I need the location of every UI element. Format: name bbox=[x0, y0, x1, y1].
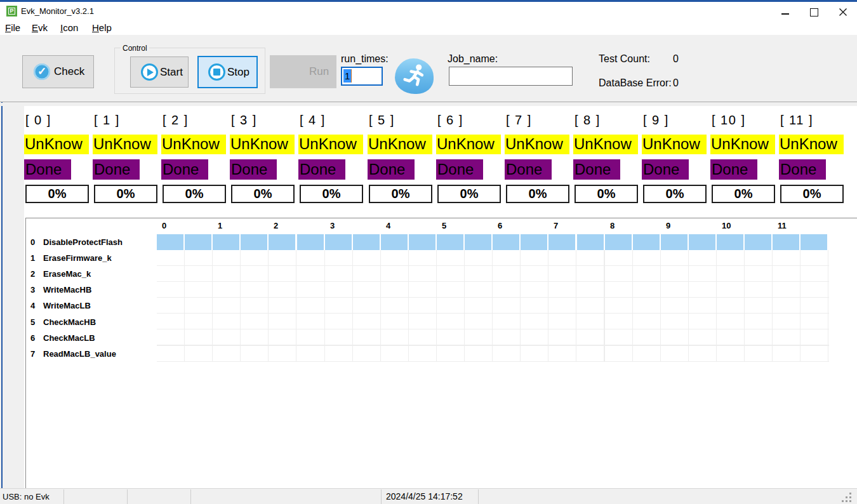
grid-row-name: DisableProtectFlash bbox=[43, 234, 123, 250]
job-name-input[interactable] bbox=[449, 67, 573, 86]
grid-row-number: 3 bbox=[30, 282, 35, 298]
check-icon: ✓ bbox=[34, 63, 50, 80]
test-count-label: Test Count: bbox=[599, 53, 650, 65]
grid-cell-active bbox=[689, 234, 715, 250]
channel-result: Done bbox=[230, 159, 277, 180]
grid-row-name: CheckMacHB bbox=[43, 314, 96, 330]
channel-3: [ 3 ]UnKnowDone0% bbox=[230, 106, 297, 208]
app-icon-letter: P bbox=[8, 8, 15, 15]
resize-grip-dot bbox=[846, 496, 847, 498]
channel-result: Done bbox=[368, 159, 415, 180]
channel-index: [ 2 ] bbox=[163, 113, 189, 128]
grid-cell-active bbox=[213, 234, 239, 250]
start-button[interactable]: Start bbox=[130, 56, 189, 88]
channel-index: [ 10 ] bbox=[712, 113, 745, 128]
menu-item-icon[interactable]: Icon bbox=[60, 22, 78, 33]
grid-cell-active bbox=[605, 234, 632, 250]
grid-row-name: WriteMacLB bbox=[43, 298, 91, 314]
grid-row-number: 0 bbox=[30, 234, 35, 250]
check-button[interactable]: ✓ Check bbox=[22, 55, 94, 88]
channel-progress: 0% bbox=[369, 185, 432, 203]
menu-bar: FileEvkIconHelp bbox=[0, 20, 857, 35]
channel-result: Done bbox=[436, 159, 483, 180]
database-error-label: DataBase Error: bbox=[599, 77, 672, 89]
grid-row-name: WriteMacHB bbox=[43, 282, 91, 298]
grid-cell-active bbox=[493, 234, 519, 250]
resize-grip-dot bbox=[849, 493, 851, 494]
channel-status: UnKnow bbox=[230, 135, 295, 154]
channel-8: [ 8 ]UnKnowDone0% bbox=[573, 106, 641, 208]
grid-row-number: 7 bbox=[30, 346, 35, 362]
channel-result: Done bbox=[161, 159, 208, 180]
channel-index: [ 7 ] bbox=[506, 113, 532, 128]
channel-result: Done bbox=[779, 159, 826, 180]
grid-cell-active bbox=[409, 234, 435, 250]
grid-cell-active bbox=[717, 234, 743, 250]
channel-0: [ 0 ]UnKnowDone0% bbox=[24, 106, 91, 208]
control-groupbox-label: Control bbox=[121, 44, 149, 53]
close-icon[interactable] bbox=[839, 8, 847, 19]
channel-progress: 0% bbox=[506, 185, 569, 203]
channel-progress: 0% bbox=[575, 185, 638, 203]
resize-grip-dot bbox=[849, 496, 851, 498]
grid-cell-active bbox=[353, 234, 380, 250]
channel-index: [ 9 ] bbox=[643, 113, 669, 128]
channel-index: [ 5 ] bbox=[369, 113, 395, 128]
channel-index: [ 11 ] bbox=[780, 113, 813, 128]
start-button-label: Start bbox=[160, 66, 183, 79]
statusbar-separator bbox=[478, 489, 479, 504]
grid-cell-active bbox=[745, 234, 771, 250]
channel-progress: 0% bbox=[94, 185, 157, 203]
grid-column-header-11: 11 bbox=[778, 221, 787, 230]
channel-index: [ 1 ] bbox=[94, 113, 120, 128]
stop-icon bbox=[208, 63, 225, 81]
test-count-value: 0 bbox=[673, 53, 679, 65]
window-title: Evk_Monitor_v3.2.1 bbox=[21, 6, 94, 16]
channel-progress: 0% bbox=[163, 185, 226, 203]
grid-column-header-9: 9 bbox=[666, 221, 670, 230]
menu-item-evk[interactable]: Evk bbox=[32, 22, 48, 33]
channel-progress: 0% bbox=[712, 185, 775, 203]
grid-cell-active bbox=[437, 234, 463, 250]
statusbar-separator bbox=[127, 489, 128, 504]
grid-cell-active bbox=[801, 234, 827, 250]
channel-result: Done bbox=[710, 159, 757, 180]
grid-row-name: EraseMac_k bbox=[43, 266, 91, 282]
channel-result: Done bbox=[93, 159, 140, 180]
run-times-input[interactable]: 1 bbox=[341, 67, 383, 86]
grid-row-number: 4 bbox=[30, 298, 35, 314]
stop-button[interactable]: Stop bbox=[197, 56, 258, 88]
run-button-label: Run bbox=[309, 65, 329, 78]
channel-status: UnKnow bbox=[779, 135, 844, 154]
channel-6: [ 6 ]UnKnowDone0% bbox=[436, 106, 503, 208]
channel-progress: 0% bbox=[437, 185, 501, 203]
channel-progress: 0% bbox=[643, 185, 707, 203]
grid-column-header-2: 2 bbox=[274, 221, 278, 230]
minimize-icon[interactable] bbox=[781, 13, 789, 15]
run-button[interactable]: Run bbox=[270, 55, 336, 88]
usb-status: USB: no Evk bbox=[3, 492, 50, 501]
channel-index: [ 8 ] bbox=[575, 113, 601, 128]
channel-status: UnKnow bbox=[24, 135, 89, 154]
menu-item-help[interactable]: Help bbox=[92, 22, 112, 33]
channel-5: [ 5 ]UnKnowDone0% bbox=[368, 106, 435, 208]
title-bar: P Evk_Monitor_v3.2.1 bbox=[0, 2, 857, 20]
channel-10: [ 10 ]UnKnowDone0% bbox=[710, 106, 778, 208]
channel-status: UnKnow bbox=[298, 135, 363, 154]
channel-status: UnKnow bbox=[436, 135, 501, 154]
maximize-icon[interactable] bbox=[810, 8, 818, 17]
grid-cell-active bbox=[548, 234, 575, 250]
database-error-value: 0 bbox=[673, 77, 679, 89]
channel-4: [ 4 ]UnKnowDone0% bbox=[298, 106, 366, 208]
channel-1: [ 1 ]UnKnowDone0% bbox=[93, 106, 160, 208]
menu-item-file[interactable]: File bbox=[5, 22, 20, 33]
runner-icon[interactable] bbox=[395, 58, 434, 94]
grid-column-header-0: 0 bbox=[162, 221, 166, 230]
app-window: P Evk_Monitor_v3.2.1 FileEvkIconHelp ✓ C… bbox=[0, 0, 857, 504]
grid-column-header-10: 10 bbox=[722, 221, 731, 230]
channel-progress: 0% bbox=[300, 185, 363, 203]
grid-cell-active bbox=[773, 234, 799, 250]
grid-cell-active bbox=[381, 234, 408, 250]
channel-2: [ 2 ]UnKnowDone0% bbox=[161, 106, 229, 208]
grid-row-number: 6 bbox=[30, 330, 35, 346]
